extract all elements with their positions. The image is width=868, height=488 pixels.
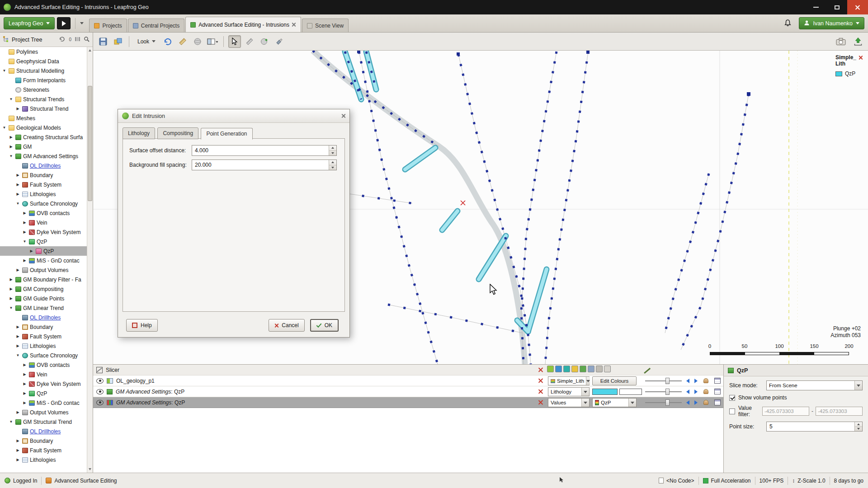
tree-item[interactable]: ▶ OVB contacts bbox=[0, 360, 87, 370]
slicer-tool-icon-2[interactable] bbox=[555, 366, 562, 372]
slice-mode-combo[interactable]: From Scene bbox=[766, 380, 863, 390]
expander-icon[interactable]: ▶ bbox=[15, 344, 20, 348]
expander-icon[interactable]: ▶ bbox=[15, 334, 20, 338]
surface-offset-spinner[interactable] bbox=[192, 145, 337, 156]
visibility-eye-icon[interactable] bbox=[96, 378, 104, 384]
combo-dropdown-icon[interactable] bbox=[581, 388, 589, 396]
point-size-input[interactable] bbox=[767, 422, 854, 431]
save-scene-icon[interactable] bbox=[97, 35, 109, 48]
point-size-spinner[interactable] bbox=[766, 422, 863, 432]
tree-item[interactable]: ▶ QzP bbox=[0, 389, 87, 398]
filter-user-icon[interactable] bbox=[703, 400, 708, 405]
tree-item[interactable]: ▶ MiS - GnD contac bbox=[0, 256, 87, 265]
tree-item[interactable]: ▼ Geological Models bbox=[0, 123, 87, 132]
expander-icon[interactable]: ▶ bbox=[9, 277, 14, 282]
visibility-eye-icon[interactable] bbox=[96, 400, 104, 405]
remove-icon[interactable] bbox=[538, 367, 543, 372]
colour-mode-combo[interactable]: Simple_Lith bbox=[548, 376, 590, 385]
expander-icon[interactable]: ▼ bbox=[9, 306, 14, 310]
tree-item[interactable]: Polylines bbox=[0, 47, 87, 56]
slicer-tool-icon-7[interactable] bbox=[596, 366, 603, 372]
spin-up-icon[interactable] bbox=[329, 160, 336, 165]
tree-item[interactable]: ▶ Boundary bbox=[0, 322, 87, 332]
tree-item[interactable]: ▶ GM Guide Points bbox=[0, 294, 87, 303]
tab-close-icon[interactable] bbox=[292, 23, 296, 27]
visibility-eye-icon[interactable] bbox=[96, 389, 104, 394]
rotate-view-icon[interactable] bbox=[161, 35, 174, 48]
expander-icon[interactable]: ▼ bbox=[22, 239, 27, 244]
tree-item[interactable]: ▼ Surface Chronology bbox=[0, 351, 87, 360]
flip-back-icon[interactable] bbox=[686, 389, 689, 394]
spin-down-icon[interactable] bbox=[855, 427, 862, 432]
expander-icon[interactable]: ▼ bbox=[15, 353, 20, 357]
add-sphere-icon[interactable] bbox=[258, 35, 271, 48]
tree-item[interactable]: Meshes bbox=[0, 113, 87, 123]
flip-back-icon[interactable] bbox=[686, 400, 689, 405]
leapfrog-menu-button[interactable]: Leapfrog Geo bbox=[4, 17, 55, 29]
expander-icon[interactable]: ▶ bbox=[22, 258, 27, 263]
recent-items-icon[interactable] bbox=[59, 36, 66, 43]
scene-3d-viewport[interactable]: Simple_ Lith QzP Plunge +02 Azimuth 053 … bbox=[93, 51, 868, 364]
expander-icon[interactable]: ▶ bbox=[22, 221, 27, 225]
dialog-close-icon[interactable] bbox=[341, 114, 345, 118]
expander-icon[interactable]: ▶ bbox=[22, 401, 27, 405]
shape-row-geology[interactable]: OL_geology_p1 Simple_Lith Edit Colours bbox=[93, 375, 723, 386]
spin-down-icon[interactable] bbox=[329, 165, 336, 170]
ok-button[interactable]: OK bbox=[310, 319, 339, 332]
combo-dropdown-icon[interactable] bbox=[581, 399, 589, 407]
close-button[interactable] bbox=[847, 0, 868, 14]
tree-item[interactable]: Form Interpolants bbox=[0, 75, 87, 85]
value-filter-checkbox[interactable] bbox=[729, 408, 735, 414]
expander-icon[interactable]: ▶ bbox=[9, 145, 14, 149]
expander-icon[interactable]: ▶ bbox=[15, 439, 20, 443]
flip-back-icon[interactable] bbox=[686, 379, 689, 383]
tree-item[interactable]: ▶ Vein bbox=[0, 370, 87, 379]
look-dropdown[interactable]: Look bbox=[134, 35, 159, 48]
expander-icon[interactable]: ▶ bbox=[29, 249, 34, 253]
spin-up-icon[interactable] bbox=[329, 145, 336, 151]
background-fill-spinner[interactable] bbox=[192, 160, 337, 170]
properties-table-icon[interactable] bbox=[714, 378, 721, 384]
tree-item[interactable]: OL Drillholes bbox=[0, 161, 87, 170]
expander-icon[interactable]: ▶ bbox=[22, 230, 27, 234]
surface-offset-input[interactable] bbox=[192, 145, 329, 155]
slicer-tool-icon-5[interactable] bbox=[580, 366, 586, 372]
tree-item[interactable]: ▶ GM bbox=[0, 142, 87, 151]
tree-item[interactable]: ▶ Fault System bbox=[0, 446, 87, 455]
opacity-slider[interactable] bbox=[645, 387, 682, 396]
flip-front-icon[interactable] bbox=[694, 389, 698, 394]
help-button[interactable]: Help bbox=[126, 319, 158, 332]
slicer-tool-icon-1[interactable] bbox=[547, 366, 554, 372]
legend-close-icon[interactable] bbox=[859, 56, 863, 60]
tree-item[interactable]: ▼ GM Linear Trend bbox=[0, 303, 87, 313]
expander-icon[interactable]: ▼ bbox=[15, 202, 20, 206]
spin-up-icon[interactable] bbox=[855, 422, 862, 427]
remove-icon[interactable] bbox=[538, 400, 543, 405]
expander-icon[interactable]: ▼ bbox=[9, 420, 14, 424]
minimize-button[interactable] bbox=[806, 0, 826, 14]
expander-icon[interactable]: ▶ bbox=[22, 363, 27, 367]
tree-item[interactable]: ▼ QzP bbox=[0, 237, 87, 246]
scroll-down-icon[interactable] bbox=[89, 468, 91, 470]
tree-item[interactable]: ▶ Boundary bbox=[0, 170, 87, 180]
notification-bell-icon[interactable] bbox=[784, 19, 792, 28]
tab-lithology[interactable]: Lithology bbox=[123, 127, 155, 139]
tree-item[interactable]: ▶ Output Volumes bbox=[0, 408, 87, 417]
tree-item[interactable]: ▶ Lithologies bbox=[0, 341, 87, 351]
shape-row-qzp-values[interactable]: GM Advanced Settings: QzP Values QzP bbox=[93, 397, 723, 408]
colour-mode-combo[interactable]: Values bbox=[548, 398, 590, 407]
scrollbar-thumb[interactable] bbox=[88, 86, 92, 201]
tab-central-projects[interactable]: Central Projects bbox=[128, 19, 184, 32]
tree-scrollbar[interactable] bbox=[87, 47, 93, 473]
colourmap-combo[interactable]: QzP bbox=[592, 398, 637, 407]
sphere-icon[interactable] bbox=[191, 35, 204, 48]
split-view-dropdown[interactable] bbox=[206, 35, 219, 48]
flip-front-icon[interactable] bbox=[694, 400, 698, 405]
tree-item[interactable]: ▼ GM Structural Trend bbox=[0, 417, 87, 427]
tree-item[interactable]: OL Drillholes bbox=[0, 313, 87, 322]
tree-item[interactable]: ▶ Boundary bbox=[0, 436, 87, 446]
run-button[interactable] bbox=[57, 17, 71, 29]
task-dropdown-icon[interactable] bbox=[80, 22, 84, 24]
tree-item[interactable]: ▼ GM Advanced Settings bbox=[0, 151, 87, 161]
tab-compositing[interactable]: Compositing bbox=[157, 127, 198, 139]
